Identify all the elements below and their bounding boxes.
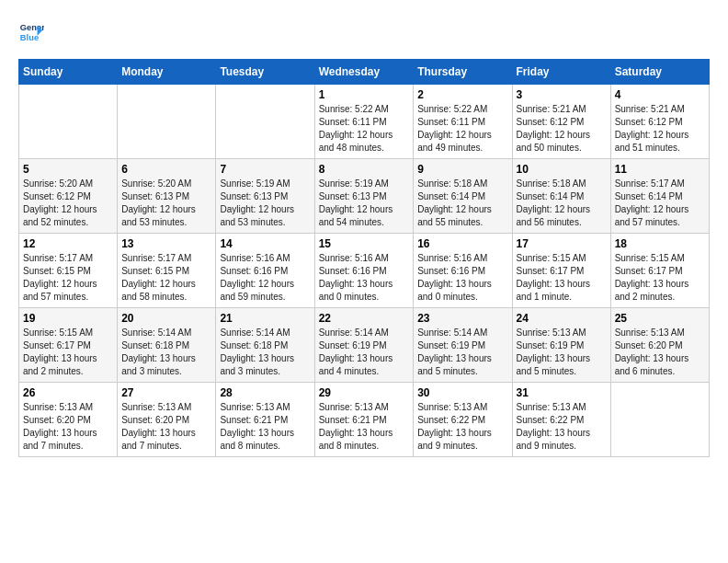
day-number: 11 — [615, 163, 705, 176]
day-info: Sunrise: 5:13 AM Sunset: 6:22 PM Dayligh… — [417, 401, 507, 453]
header-saturday: Saturday — [610, 60, 709, 85]
day-info: Sunrise: 5:17 AM Sunset: 6:14 PM Dayligh… — [615, 178, 705, 229]
calendar-cell: 6Sunrise: 5:20 AM Sunset: 6:13 PM Daylig… — [118, 159, 216, 234]
day-number: 8 — [319, 163, 410, 176]
day-info: Sunrise: 5:14 AM Sunset: 6:18 PM Dayligh… — [121, 327, 211, 378]
calendar-cell: 15Sunrise: 5:16 AM Sunset: 6:16 PM Dayli… — [314, 234, 414, 308]
day-info: Sunrise: 5:22 AM Sunset: 6:11 PM Dayligh… — [417, 103, 507, 155]
day-info: Sunrise: 5:20 AM Sunset: 6:12 PM Dayligh… — [23, 178, 113, 229]
calendar-cell: 2Sunrise: 5:22 AM Sunset: 6:11 PM Daylig… — [414, 85, 512, 159]
day-number: 2 — [417, 88, 507, 101]
calendar-cell: 12Sunrise: 5:17 AM Sunset: 6:15 PM Dayli… — [19, 234, 118, 308]
day-info: Sunrise: 5:18 AM Sunset: 6:14 PM Dayligh… — [517, 178, 607, 229]
calendar-week-4: 19Sunrise: 5:15 AM Sunset: 6:17 PM Dayli… — [19, 308, 710, 383]
day-info: Sunrise: 5:13 AM Sunset: 6:20 PM Dayligh… — [121, 401, 211, 453]
day-number: 10 — [517, 163, 607, 176]
day-info: Sunrise: 5:20 AM Sunset: 6:13 PM Dayligh… — [121, 178, 211, 229]
calendar-header-row: SundayMondayTuesdayWednesdayThursdayFrid… — [19, 60, 710, 85]
day-number: 23 — [417, 312, 507, 325]
day-number: 22 — [319, 312, 410, 325]
day-info: Sunrise: 5:15 AM Sunset: 6:17 PM Dayligh… — [517, 252, 607, 304]
day-info: Sunrise: 5:17 AM Sunset: 6:15 PM Dayligh… — [121, 252, 211, 304]
day-info: Sunrise: 5:15 AM Sunset: 6:17 PM Dayligh… — [23, 327, 113, 378]
calendar-week-3: 12Sunrise: 5:17 AM Sunset: 6:15 PM Dayli… — [19, 234, 710, 308]
day-info: Sunrise: 5:13 AM Sunset: 6:20 PM Dayligh… — [615, 327, 705, 378]
day-info: Sunrise: 5:14 AM Sunset: 6:18 PM Dayligh… — [220, 327, 310, 378]
calendar-cell — [19, 85, 118, 159]
header-sunday: Sunday — [19, 60, 118, 85]
day-info: Sunrise: 5:16 AM Sunset: 6:16 PM Dayligh… — [220, 252, 310, 304]
day-info: Sunrise: 5:22 AM Sunset: 6:11 PM Dayligh… — [319, 103, 410, 155]
day-info: Sunrise: 5:14 AM Sunset: 6:19 PM Dayligh… — [319, 327, 410, 378]
calendar-cell: 24Sunrise: 5:13 AM Sunset: 6:19 PM Dayli… — [512, 308, 610, 383]
day-info: Sunrise: 5:19 AM Sunset: 6:13 PM Dayligh… — [319, 178, 410, 229]
calendar-cell: 4Sunrise: 5:21 AM Sunset: 6:12 PM Daylig… — [610, 85, 709, 159]
day-number: 27 — [121, 386, 211, 399]
calendar-cell: 8Sunrise: 5:19 AM Sunset: 6:13 PM Daylig… — [314, 159, 414, 234]
calendar-cell: 22Sunrise: 5:14 AM Sunset: 6:19 PM Dayli… — [314, 308, 414, 383]
calendar-cell: 25Sunrise: 5:13 AM Sunset: 6:20 PM Dayli… — [610, 308, 709, 383]
calendar-cell: 1Sunrise: 5:22 AM Sunset: 6:11 PM Daylig… — [314, 85, 414, 159]
logo: General Blue — [18, 18, 48, 44]
calendar-cell: 7Sunrise: 5:19 AM Sunset: 6:13 PM Daylig… — [216, 159, 314, 234]
calendar-table: SundayMondayTuesdayWednesdayThursdayFrid… — [18, 59, 710, 457]
day-info: Sunrise: 5:13 AM Sunset: 6:19 PM Dayligh… — [517, 327, 607, 378]
header-thursday: Thursday — [414, 60, 512, 85]
calendar-cell: 30Sunrise: 5:13 AM Sunset: 6:22 PM Dayli… — [414, 383, 512, 457]
day-info: Sunrise: 5:21 AM Sunset: 6:12 PM Dayligh… — [615, 103, 705, 155]
calendar-cell: 9Sunrise: 5:18 AM Sunset: 6:14 PM Daylig… — [414, 159, 512, 234]
day-number: 19 — [23, 312, 113, 325]
calendar-cell: 16Sunrise: 5:16 AM Sunset: 6:16 PM Dayli… — [414, 234, 512, 308]
day-info: Sunrise: 5:13 AM Sunset: 6:20 PM Dayligh… — [23, 401, 113, 453]
day-number: 16 — [417, 237, 507, 250]
day-number: 31 — [517, 386, 607, 399]
header-wednesday: Wednesday — [314, 60, 414, 85]
day-info: Sunrise: 5:16 AM Sunset: 6:16 PM Dayligh… — [319, 252, 410, 304]
day-number: 25 — [615, 312, 705, 325]
calendar-cell: 21Sunrise: 5:14 AM Sunset: 6:18 PM Dayli… — [216, 308, 314, 383]
calendar-cell: 13Sunrise: 5:17 AM Sunset: 6:15 PM Dayli… — [118, 234, 216, 308]
calendar-cell: 31Sunrise: 5:13 AM Sunset: 6:22 PM Dayli… — [512, 383, 610, 457]
day-number: 14 — [220, 237, 310, 250]
day-number: 21 — [220, 312, 310, 325]
calendar-week-5: 26Sunrise: 5:13 AM Sunset: 6:20 PM Dayli… — [19, 383, 710, 457]
calendar-cell: 27Sunrise: 5:13 AM Sunset: 6:20 PM Dayli… — [118, 383, 216, 457]
calendar-cell — [610, 383, 709, 457]
calendar-cell: 5Sunrise: 5:20 AM Sunset: 6:12 PM Daylig… — [19, 159, 118, 234]
day-number: 17 — [517, 237, 607, 250]
calendar-cell: 18Sunrise: 5:15 AM Sunset: 6:17 PM Dayli… — [610, 234, 709, 308]
calendar-cell: 17Sunrise: 5:15 AM Sunset: 6:17 PM Dayli… — [512, 234, 610, 308]
day-number: 24 — [517, 312, 607, 325]
calendar-cell: 28Sunrise: 5:13 AM Sunset: 6:21 PM Dayli… — [216, 383, 314, 457]
calendar-cell: 26Sunrise: 5:13 AM Sunset: 6:20 PM Dayli… — [19, 383, 118, 457]
day-number: 20 — [121, 312, 211, 325]
day-info: Sunrise: 5:13 AM Sunset: 6:21 PM Dayligh… — [319, 401, 410, 453]
day-info: Sunrise: 5:13 AM Sunset: 6:22 PM Dayligh… — [517, 401, 607, 453]
calendar-cell: 10Sunrise: 5:18 AM Sunset: 6:14 PM Dayli… — [512, 159, 610, 234]
day-number: 6 — [121, 163, 211, 176]
day-info: Sunrise: 5:19 AM Sunset: 6:13 PM Dayligh… — [220, 178, 310, 229]
calendar-cell: 11Sunrise: 5:17 AM Sunset: 6:14 PM Dayli… — [610, 159, 709, 234]
day-info: Sunrise: 5:18 AM Sunset: 6:14 PM Dayligh… — [417, 178, 507, 229]
calendar-cell — [216, 85, 314, 159]
calendar-cell: 20Sunrise: 5:14 AM Sunset: 6:18 PM Dayli… — [118, 308, 216, 383]
calendar-cell: 14Sunrise: 5:16 AM Sunset: 6:16 PM Dayli… — [216, 234, 314, 308]
day-number: 15 — [319, 237, 410, 250]
day-number: 3 — [517, 88, 607, 101]
day-number: 18 — [615, 237, 705, 250]
header-friday: Friday — [512, 60, 610, 85]
header-monday: Monday — [118, 60, 216, 85]
day-info: Sunrise: 5:15 AM Sunset: 6:17 PM Dayligh… — [615, 252, 705, 304]
calendar-week-1: 1Sunrise: 5:22 AM Sunset: 6:11 PM Daylig… — [19, 85, 710, 159]
logo-icon: General Blue — [18, 18, 44, 44]
day-number: 26 — [23, 386, 113, 399]
calendar-cell: 3Sunrise: 5:21 AM Sunset: 6:12 PM Daylig… — [512, 85, 610, 159]
calendar-week-2: 5Sunrise: 5:20 AM Sunset: 6:12 PM Daylig… — [19, 159, 710, 234]
svg-text:Blue: Blue — [20, 33, 39, 42]
day-info: Sunrise: 5:13 AM Sunset: 6:21 PM Dayligh… — [220, 401, 310, 453]
day-info: Sunrise: 5:17 AM Sunset: 6:15 PM Dayligh… — [23, 252, 113, 304]
day-number: 5 — [23, 163, 113, 176]
day-number: 13 — [121, 237, 211, 250]
day-info: Sunrise: 5:16 AM Sunset: 6:16 PM Dayligh… — [417, 252, 507, 304]
day-info: Sunrise: 5:14 AM Sunset: 6:19 PM Dayligh… — [417, 327, 507, 378]
